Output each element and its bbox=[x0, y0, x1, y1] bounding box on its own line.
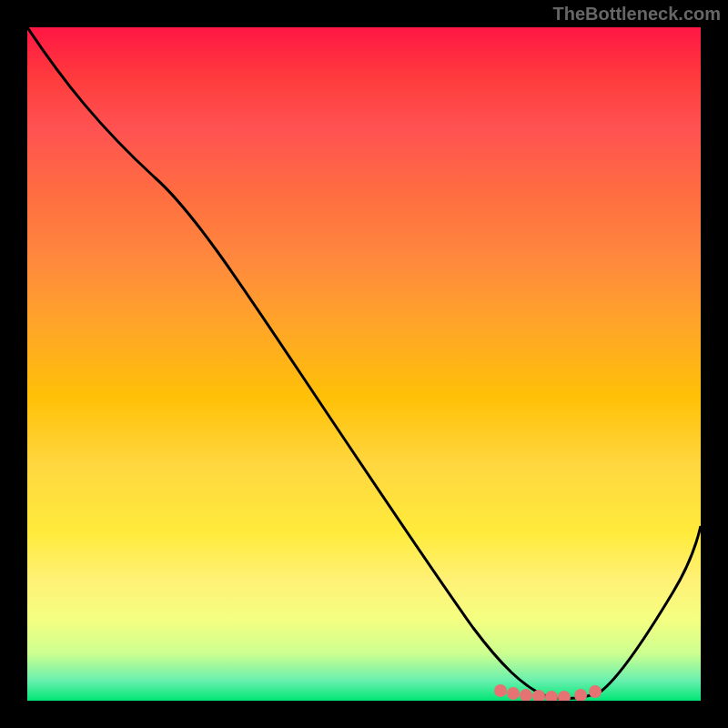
bottleneck-curve-line bbox=[27, 27, 701, 699]
optimal-range-markers bbox=[494, 684, 602, 701]
watermark-text: TheBottleneck.com bbox=[553, 4, 721, 25]
bottleneck-curve-svg bbox=[27, 27, 701, 701]
svg-point-7 bbox=[589, 685, 602, 698]
svg-point-2 bbox=[520, 689, 532, 701]
svg-point-5 bbox=[558, 691, 571, 701]
svg-point-1 bbox=[507, 687, 520, 700]
svg-point-6 bbox=[574, 689, 587, 701]
svg-point-0 bbox=[494, 684, 507, 697]
chart-container: TheBottleneck.com bbox=[0, 0, 728, 728]
svg-point-4 bbox=[545, 691, 558, 701]
